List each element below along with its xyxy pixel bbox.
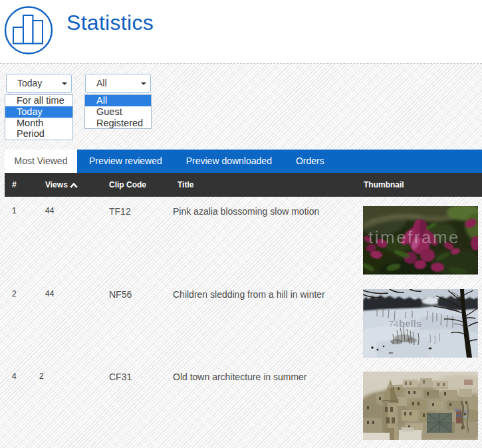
row-views: 2 <box>39 372 44 381</box>
user-option-registered[interactable]: Registered <box>85 118 151 129</box>
row-clip-code: TF12 <box>109 206 131 217</box>
tab-bar: Most Viewed Preview reviewed Preview dow… <box>5 150 482 173</box>
old-town-photo-image <box>363 372 478 440</box>
column-header-num: # <box>12 173 17 197</box>
period-option-today[interactable]: Today <box>5 106 72 118</box>
winter-photo-image: 74 bells <box>363 289 478 358</box>
watermark-text: bells <box>399 318 422 329</box>
user-type-select-value: All <box>96 78 107 88</box>
page-header: Statistics <box>0 0 482 64</box>
thumbnail-winter-sledding[interactable]: 74 bells <box>363 289 478 358</box>
row-num: 1 <box>12 206 17 215</box>
tab-preview-reviewed[interactable]: Preview reviewed <box>77 150 174 173</box>
table-header: # Views Clip Code Title Thumbnail <box>5 173 482 197</box>
user-option-guest[interactable]: Guest <box>85 106 151 118</box>
row-num: 4 <box>12 372 17 381</box>
tab-preview-downloaded[interactable]: Preview downloaded <box>174 150 284 173</box>
table-row: 4 2 CF31 Old town architecture in summer <box>5 362 482 447</box>
user-type-select[interactable]: All <box>85 74 151 93</box>
bar-chart-circle-icon <box>4 6 53 55</box>
table-row: 1 44 TF12 Pink azalia blossoming slow mo… <box>5 197 482 281</box>
table-row: 2 44 NF56 Children sledding from a hill … <box>5 280 482 364</box>
period-dropdown-list: For all time Today Month Period <box>5 94 73 140</box>
row-clip-code: NF56 <box>109 289 132 300</box>
thumbnail-pink-azalea[interactable]: timeframe <box>363 206 478 275</box>
tab-orders[interactable]: Orders <box>284 150 336 173</box>
azalea-photo-image: timeframe <box>363 206 478 275</box>
row-num: 2 <box>12 289 17 298</box>
thumbnail-old-town[interactable] <box>363 372 478 440</box>
column-header-clip-code: Clip Code <box>109 173 146 197</box>
dropdown-arrow-icon <box>62 82 67 85</box>
user-option-all[interactable]: All <box>85 95 151 106</box>
watermark-prefix-text: 74 <box>389 319 398 329</box>
watermark-text: timeframe <box>368 227 460 247</box>
dropdown-arrow-icon <box>141 82 146 85</box>
period-select-value: Today <box>17 78 42 88</box>
page-title: Statistics <box>66 10 154 36</box>
row-clip-code: CF31 <box>109 372 132 382</box>
row-title: Old town architecture in summer <box>173 372 307 382</box>
user-type-dropdown-list: All Guest Registered <box>84 94 152 129</box>
column-header-title: Title <box>178 173 193 197</box>
period-select[interactable]: Today <box>6 74 72 93</box>
tab-most-viewed[interactable]: Most Viewed <box>5 150 77 173</box>
row-title: Children sledding from a hill in winter <box>173 289 325 300</box>
period-option-for-all-time[interactable]: For all time <box>5 95 72 106</box>
row-views: 44 <box>45 289 54 298</box>
caret-up-icon <box>70 183 78 188</box>
period-option-period[interactable]: Period <box>5 128 72 140</box>
statistics-page: Statistics Today All For all time Today … <box>0 0 482 448</box>
row-views: 44 <box>45 206 54 215</box>
row-title: Pink azalia blossoming slow motion <box>173 206 319 217</box>
period-option-month[interactable]: Month <box>5 118 72 129</box>
column-header-views[interactable]: Views <box>45 173 68 197</box>
column-header-thumbnail: Thumbnail <box>364 173 404 197</box>
